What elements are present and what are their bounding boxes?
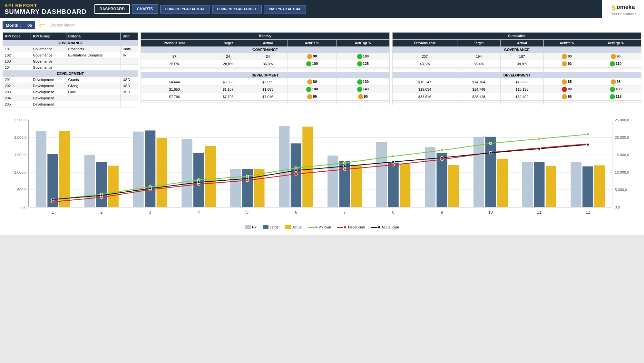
- cumulative-col-act-trgt: Act/Trgt %: [590, 40, 641, 47]
- header-nav: DASHBOARD CHARTS CURRENT YEAR ACTUAL CUR…: [91, 0, 602, 18]
- line-dot: [246, 177, 249, 180]
- current-year-target-btn[interactable]: CURRENT YEAR TARGET: [212, 5, 262, 14]
- bar-actual: [205, 146, 216, 207]
- col-kpi-group: KPI Group: [31, 33, 66, 40]
- act-trgt-cell: [590, 70, 641, 72]
- act-py-cell: [288, 101, 336, 103]
- legend-label: PY: [252, 225, 257, 229]
- target-cell: [208, 70, 248, 72]
- act-py-cell: 100: [288, 60, 336, 68]
- svg-text:2.000,0: 2.000,0: [14, 136, 26, 139]
- prev-year-cell: $33.816: [393, 93, 457, 101]
- act-trgt-cell: [590, 103, 641, 105]
- act-trgt-cell: [336, 68, 389, 70]
- target-cell: [208, 103, 248, 105]
- legend-label: PY cum: [319, 225, 331, 229]
- svg-text:6: 6: [295, 210, 297, 215]
- kpi-group-cell: Governance: [31, 58, 66, 65]
- data-table-row: 27 24 24 90 100: [141, 53, 390, 60]
- kpi-criteria-cell: Grants: [66, 77, 121, 83]
- data-section-header: GOVERNANCE: [141, 47, 390, 53]
- act-trgt-cell: 100: [336, 53, 389, 60]
- past-year-actual-btn[interactable]: PAST YEAR ACTUAL: [264, 5, 306, 14]
- actual-cell: [248, 101, 288, 103]
- bar-py: [522, 162, 533, 207]
- bar-target: [96, 162, 107, 207]
- actual-cell: $3.555: [248, 78, 288, 86]
- content-area: Month : 05 ⇦ Choose Month KPI Code KPI G…: [0, 18, 644, 235]
- act-py-cell: 90: [288, 93, 336, 101]
- actual-cell: 39,9%: [500, 60, 543, 68]
- cumulative-col-act-py: Act/PY %: [544, 40, 590, 47]
- legend-line-icon: [371, 226, 380, 228]
- svg-text:500,0: 500,0: [17, 188, 26, 192]
- kpi-unit-cell: USD: [121, 77, 138, 83]
- current-year-actual-btn[interactable]: CURRENT YEAR ACTUAL: [160, 5, 210, 14]
- act-trgt-cell: [336, 103, 389, 105]
- actual-cell: [500, 101, 543, 103]
- svg-text:5.000,0: 5.000,0: [615, 188, 627, 192]
- prev-year-cell: [141, 68, 208, 70]
- bar-actual: [546, 166, 556, 207]
- data-table-row: $16.247 $14.104 $13.823 85 98: [393, 78, 641, 86]
- line-dot: [52, 198, 54, 201]
- bar-target: [534, 162, 544, 207]
- prev-year-cell: [393, 101, 457, 103]
- dashboard-btn[interactable]: DASHBOARD: [94, 4, 130, 14]
- legend-bar-icon: [285, 225, 291, 229]
- kpi-group-cell: Development: [31, 89, 66, 95]
- svg-text:10: 10: [488, 210, 493, 215]
- kpi-criteria-cell: Evaluations Complete: [66, 52, 121, 58]
- act-py-cell: [544, 70, 590, 72]
- target-cell: $7.796: [208, 93, 248, 101]
- act-py-cell: 85: [544, 78, 590, 86]
- data-table-row: [393, 101, 641, 103]
- prev-year-cell: $1.653: [141, 86, 208, 93]
- data-table-row: $7.796 $7.796 $7.016 90 90: [141, 93, 390, 101]
- actual-cell: [248, 70, 288, 72]
- kpi-table-row: 102 Governance Evaluations Complete %: [3, 52, 138, 58]
- legend-line-icon: [308, 226, 317, 228]
- kpi-unit-cell: [121, 65, 138, 71]
- legend-bar-icon: [245, 225, 251, 229]
- charts-btn[interactable]: CHARTS: [132, 4, 158, 14]
- target-cell: [457, 70, 500, 72]
- month-arrow-left[interactable]: ⇦: [39, 21, 45, 30]
- svg-text:7: 7: [344, 210, 346, 215]
- kpi-criteria-cell: Prospects: [66, 46, 121, 52]
- data-table-row: $19.034 $14.746 $15.195 80 103: [393, 86, 641, 93]
- kpi-group-cell: Development: [31, 101, 66, 107]
- kpi-group-cell: Governance: [31, 46, 66, 52]
- chart-svg: 0,00,0500,05.000,01.000,010.000,01.500,0…: [5, 114, 639, 223]
- logo-s-icon: s: [611, 2, 616, 12]
- svg-text:1.000,0: 1.000,0: [14, 170, 26, 174]
- prev-year-cell: [141, 101, 208, 103]
- kpi-table-row: 104 Governance: [3, 65, 138, 71]
- legend-item: PY cum: [308, 225, 331, 229]
- kpi-table-row: 203 Development Gala USD: [3, 89, 138, 95]
- legend-label: Target: [270, 225, 280, 229]
- col-criteria: Criteria: [66, 33, 121, 40]
- svg-text:2.500,0: 2.500,0: [14, 118, 26, 122]
- kpi-code-cell: 104: [3, 65, 31, 71]
- svg-text:8: 8: [392, 210, 395, 215]
- logo-subtitle: Excel Solutions: [610, 12, 636, 16]
- line-dot: [441, 156, 443, 159]
- act-py-cell: 80: [544, 86, 590, 93]
- svg-text:4: 4: [198, 210, 200, 215]
- monthly-table: Monthly Previous Year Target Actual Act/…: [141, 32, 390, 105]
- line-dot: [587, 133, 589, 136]
- act-trgt-cell: [336, 70, 389, 72]
- kpi-criteria-cell: Giving: [66, 83, 121, 89]
- prev-year-cell: [141, 103, 208, 105]
- prev-year-cell: 43,6%: [393, 60, 457, 68]
- actual-cell: 24: [248, 53, 288, 60]
- bar-actual: [59, 131, 70, 207]
- bar-py: [571, 162, 581, 207]
- data-table-row: 36,0% 28,8% 36,0% 100 125: [141, 60, 390, 68]
- data-section: KPI Code KPI Group Criteria Unit GOVERNA…: [3, 32, 641, 107]
- data-section-header: DEVELOPMENT: [393, 72, 641, 78]
- prev-year-cell: 27: [141, 53, 208, 60]
- bar-py: [133, 132, 144, 207]
- line-dot: [392, 161, 395, 163]
